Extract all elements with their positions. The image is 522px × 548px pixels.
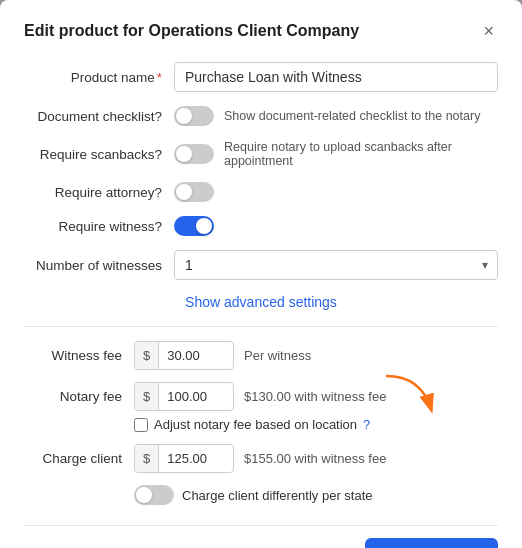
- notary-fee-label: Notary fee: [24, 389, 134, 404]
- adjust-notary-fee-checkbox[interactable]: [134, 418, 148, 432]
- notary-fee-input[interactable]: [159, 383, 219, 410]
- charge-client-label: Charge client: [24, 451, 134, 466]
- modal-header: Edit product for Operations Client Compa…: [24, 20, 498, 42]
- notary-fee-section: Notary fee $ $130.00 with witness fee: [24, 382, 498, 432]
- number-of-witnesses-row: Number of witnesses 1 2 3 ▾: [24, 250, 498, 280]
- notary-fee-note: $130.00 with witness fee: [244, 389, 386, 404]
- edit-product-modal: Edit product for Operations Client Compa…: [0, 0, 522, 548]
- require-scanbacks-toggle[interactable]: [174, 144, 214, 164]
- require-attorney-row: Require attorney?: [24, 182, 498, 202]
- witness-fee-currency: $: [135, 342, 159, 369]
- charge-client-row: Charge client $ $155.00 with witness fee: [24, 444, 498, 473]
- product-name-input[interactable]: [174, 62, 498, 92]
- require-witness-label: Require witness?: [24, 219, 174, 234]
- witness-fee-input-wrapper: $: [134, 341, 234, 370]
- charge-client-input-wrapper: $: [134, 444, 234, 473]
- adjust-notary-fee-row: Adjust notary fee based on location ?: [134, 417, 498, 432]
- adjust-notary-fee-help-link[interactable]: ?: [363, 417, 370, 432]
- witness-fee-input[interactable]: [159, 342, 219, 369]
- notary-fee-input-wrapper: $: [134, 382, 234, 411]
- number-of-witnesses-label: Number of witnesses: [24, 258, 174, 273]
- number-of-witnesses-select[interactable]: 1 2 3: [174, 250, 498, 280]
- notary-fee-main-row: Notary fee $ $130.00 with witness fee: [24, 382, 498, 411]
- witness-fee-note: Per witness: [244, 348, 311, 363]
- require-scanbacks-row: Require scanbacks? Require notary to upl…: [24, 140, 498, 168]
- document-checklist-label: Document checklist?: [24, 109, 174, 124]
- section-divider: [24, 326, 498, 327]
- document-checklist-toggle[interactable]: [174, 106, 214, 126]
- witness-fee-row: Witness fee $ Per witness: [24, 341, 498, 370]
- product-name-label: Product name*: [24, 70, 174, 85]
- require-attorney-toggle[interactable]: [174, 182, 214, 202]
- charge-client-per-state-row: Charge client differently per state: [134, 485, 498, 505]
- save-product-button[interactable]: Save Product: [365, 538, 498, 548]
- notary-fee-note-wrapper: $130.00 with witness fee: [234, 389, 386, 404]
- number-of-witnesses-wrapper: 1 2 3 ▾: [174, 250, 498, 280]
- charge-client-currency: $: [135, 445, 159, 472]
- required-star: *: [157, 70, 162, 85]
- modal-title: Edit product for Operations Client Compa…: [24, 22, 359, 40]
- require-witness-row: Require witness?: [24, 216, 498, 236]
- advanced-settings-link-container: Show advanced settings: [24, 294, 498, 310]
- close-button[interactable]: ×: [479, 20, 498, 42]
- document-checklist-note: Show document-related checklist to the n…: [224, 109, 480, 123]
- require-attorney-label: Require attorney?: [24, 185, 174, 200]
- witness-fee-label: Witness fee: [24, 348, 134, 363]
- product-name-row: Product name*: [24, 62, 498, 92]
- charge-client-per-state-toggle[interactable]: [134, 485, 174, 505]
- charge-client-per-state-label: Charge client differently per state: [182, 488, 373, 503]
- notary-fee-currency: $: [135, 383, 159, 410]
- require-scanbacks-note: Require notary to upload scanbacks after…: [224, 140, 498, 168]
- charge-client-input[interactable]: [159, 445, 219, 472]
- modal-footer: Save Product: [24, 525, 498, 548]
- document-checklist-row: Document checklist? Show document-relate…: [24, 106, 498, 126]
- adjust-notary-fee-label[interactable]: Adjust notary fee based on location ?: [134, 417, 498, 432]
- charge-client-note: $155.00 with witness fee: [244, 451, 386, 466]
- show-advanced-settings-link[interactable]: Show advanced settings: [185, 294, 337, 310]
- require-witness-toggle[interactable]: [174, 216, 214, 236]
- require-scanbacks-label: Require scanbacks?: [24, 147, 174, 162]
